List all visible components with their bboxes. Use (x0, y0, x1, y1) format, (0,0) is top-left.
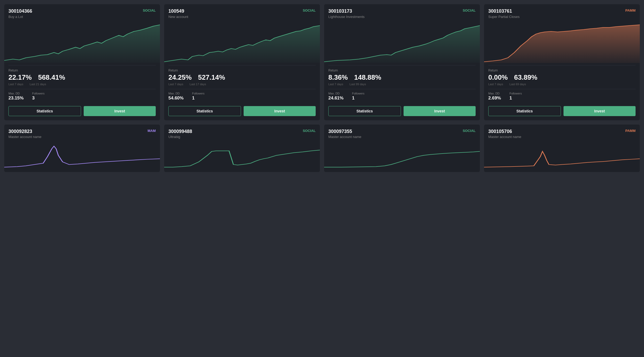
card-header: 300097355 Master account name SOCIAL (324, 125, 480, 141)
maxdd-item: Max. DD 2.69% (488, 92, 501, 101)
card-300105706: 300105706 Master account name PAMM (484, 125, 640, 172)
return-label: Return (168, 69, 316, 72)
card-header: 300103173 Lighthouse Investments SOCIAL (324, 4, 480, 21)
period-main: Last 7 days (488, 83, 503, 86)
dd-followers: Max. DD 2.69% Followers 1 (484, 89, 640, 103)
return-label: Return (8, 69, 156, 72)
return-values: 22.17% 568.41% (8, 73, 156, 82)
chart-area (324, 141, 480, 170)
invest-button[interactable]: Invest (244, 106, 316, 116)
account-type: SOCIAL (303, 8, 316, 12)
account-name: Ultrabig (168, 135, 192, 139)
card-footer: Statistics Invest (484, 103, 640, 120)
followers-label: Followers (352, 92, 364, 95)
maxdd-label: Max. DD (8, 92, 24, 95)
return-main: 8.36% (328, 73, 348, 82)
return-values: 0.00% 63.89% (488, 73, 636, 82)
followers-item: Followers 1 (192, 92, 205, 101)
maxdd-item: Max. DD 23.15% (8, 92, 24, 101)
account-type: PAMM (625, 129, 636, 133)
card-header: 300099488 Ultrabig SOCIAL (164, 125, 320, 141)
stats-section: Return 24.25% 527.14% Last 7 days Last 1… (164, 65, 320, 89)
card-footer: Statistics Invest (4, 103, 160, 120)
stats-section: Return 8.36% 148.88% Last 7 days Last 99… (324, 65, 480, 89)
statistics-button[interactable]: Statistics (168, 106, 241, 116)
stats-section: Return 0.00% 63.89% Last 7 days Last 69 … (484, 65, 640, 89)
maxdd-label: Max. DD (488, 92, 501, 95)
statistics-button[interactable]: Statistics (488, 106, 561, 116)
account-type: SOCIAL (143, 8, 156, 12)
card-footer: Statistics Invest (324, 103, 480, 120)
account-type: SOCIAL (463, 129, 476, 133)
followers-label: Followers (32, 92, 45, 95)
account-id: 300103761 (488, 8, 520, 14)
maxdd-value: 23.15% (8, 96, 24, 101)
card-header: 300105706 Master account name PAMM (484, 125, 640, 141)
invest-button[interactable]: Invest (84, 106, 156, 116)
followers-item: Followers 3 (32, 92, 45, 101)
return-main: 0.00% (488, 73, 508, 82)
dd-followers: Max. DD 54.60% Followers 1 (164, 89, 320, 103)
account-name: New account (168, 15, 188, 19)
card-header: 100549 New account SOCIAL (164, 4, 320, 21)
maxdd-value: 2.69% (488, 96, 501, 101)
account-id: 300103173 (328, 8, 364, 14)
stats-section: Return 22.17% 568.41% Last 7 days Last 2… (4, 65, 160, 89)
card-header: 300104366 Buy a Lot SOCIAL (4, 4, 160, 21)
invest-button[interactable]: Invest (404, 106, 476, 116)
return-main: 22.17% (8, 73, 32, 82)
period-main: Last 7 days (168, 83, 183, 86)
account-id: 300092823 (8, 129, 41, 135)
maxdd-item: Max. DD 54.60% (168, 92, 184, 101)
card-300099488: 300099488 Ultrabig SOCIAL (164, 125, 320, 172)
account-type: MAM (148, 129, 156, 133)
return-secondary: 148.88% (354, 73, 381, 82)
return-label: Return (488, 69, 636, 72)
chart-area (4, 21, 160, 63)
account-name: Super Partial Closes (488, 15, 520, 19)
return-main: 24.25% (168, 73, 192, 82)
maxdd-label: Max. DD (328, 92, 344, 95)
card-300103761: 300103761 Super Partial Closes PAMM Retu… (484, 4, 640, 120)
followers-item: Followers 1 (352, 92, 364, 101)
maxdd-value: 24.61% (328, 96, 344, 101)
return-values: 24.25% 527.14% (168, 73, 316, 82)
account-type: SOCIAL (463, 8, 476, 12)
period-main: Last 7 days (8, 83, 23, 86)
card-footer: Statistics Invest (164, 103, 320, 120)
period-main: Last 7 days (328, 83, 343, 86)
card-300104366: 300104366 Buy a Lot SOCIAL Return 2 (4, 4, 160, 120)
followers-item: Followers 1 (509, 92, 522, 101)
account-name: Buy a Lot (8, 15, 32, 19)
chart-area (4, 141, 160, 170)
card-300103173: 300103173 Lighthouse Investments SOCIAL … (324, 4, 480, 120)
account-type: PAMM (625, 8, 636, 12)
cards-grid: 300104366 Buy a Lot SOCIAL Return 2 (4, 4, 640, 172)
account-type: SOCIAL (303, 129, 316, 133)
followers-value: 1 (352, 96, 364, 101)
account-name: Master account name (488, 135, 521, 139)
followers-value: 1 (509, 96, 522, 101)
statistics-button[interactable]: Statistics (328, 106, 401, 116)
period-secondary: Last 69 days (509, 83, 526, 86)
return-secondary: 568.41% (38, 73, 65, 82)
card-300092823: 300092823 Master account name MAM (4, 125, 160, 172)
statistics-button[interactable]: Statistics (8, 106, 81, 116)
period-secondary: Last 99 days (349, 83, 366, 86)
return-label: Return (328, 69, 476, 72)
dd-followers: Max. DD 23.15% Followers 3 (4, 89, 160, 103)
maxdd-value: 54.60% (168, 96, 184, 101)
account-id: 100549 (168, 8, 188, 14)
card-header: 300103761 Super Partial Closes PAMM (484, 4, 640, 21)
followers-value: 3 (32, 96, 45, 101)
maxdd-label: Max. DD (168, 92, 184, 95)
invest-button[interactable]: Invest (564, 106, 636, 116)
account-id: 300105706 (488, 129, 521, 135)
card-300097355: 300097355 Master account name SOCIAL (324, 125, 480, 172)
dd-followers: Max. DD 24.61% Followers 1 (324, 89, 480, 103)
account-name: Lighthouse Investments (328, 15, 364, 19)
chart-area (164, 141, 320, 170)
account-id: 300099488 (168, 129, 192, 135)
period-secondary: Last 21 days (30, 83, 46, 86)
account-name: Master account name (328, 135, 361, 139)
